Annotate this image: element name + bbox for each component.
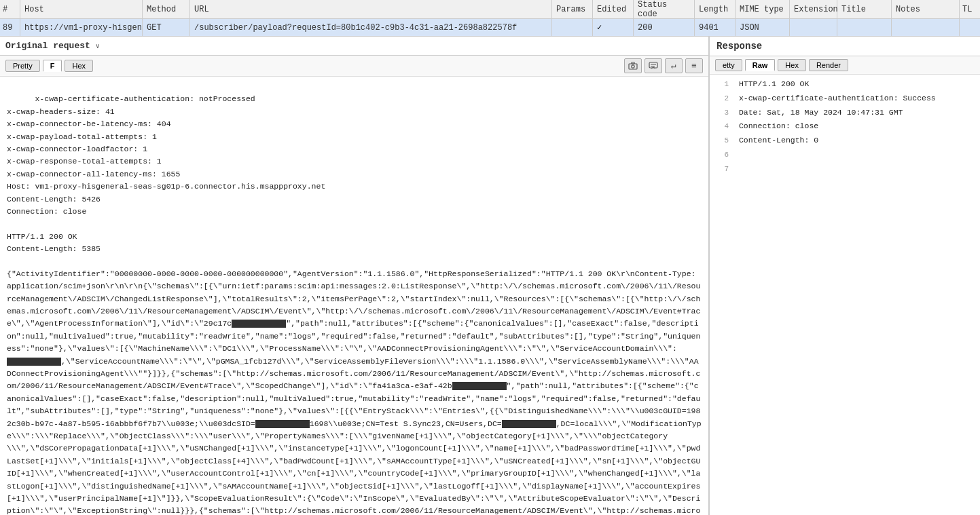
row-url: /subscriber/payload?requestId=80b1c402-c…: [190, 19, 552, 36]
row-host: https://vm1-proxy-hisgeneral-seas...: [20, 19, 143, 36]
tab-hex[interactable]: Hex: [65, 60, 93, 72]
redacted-block-2: [7, 358, 61, 366]
tab-pretty[interactable]: Pretty: [5, 60, 40, 72]
svg-rect-0: [629, 64, 637, 69]
comment-icon[interactable]: [645, 58, 662, 73]
wrap-icon[interactable]: ↵: [665, 58, 683, 73]
response-toolbar: etty Raw Hex Render: [710, 56, 980, 75]
tab-response-hex[interactable]: Hex: [778, 59, 806, 71]
tab-response-raw[interactable]: Raw: [745, 59, 776, 71]
row-notes: [892, 19, 960, 36]
redacted-block-1: [232, 320, 286, 328]
redacted-block-3: [452, 382, 507, 390]
row-status: 200: [634, 19, 695, 36]
response-line-1: 1 HTTP/1.1 200 OK: [715, 77, 975, 92]
camera-icon[interactable]: [624, 58, 642, 73]
col-notes-header: Notes: [892, 0, 960, 18]
response-line-2: 2 x-cwap-certificate-authentication: Suc…: [715, 92, 975, 106]
response-line-5: 5 Content-Length: 0: [715, 134, 975, 148]
response-line-4: 4 Connection: close: [715, 119, 975, 134]
row-title: [837, 19, 892, 36]
request-body[interactable]: x-cwap-certificate-authentication: notPr…: [0, 77, 708, 515]
row-method: GET: [143, 19, 190, 36]
original-request-title: Original request: [5, 41, 90, 51]
request-header: Original request ∨: [0, 37, 708, 56]
table-row[interactable]: 89 https://vm1-proxy-hisgeneral-seas... …: [0, 19, 980, 37]
row-num: 89: [0, 19, 20, 36]
right-panel: Response etty Raw Hex Render 1 HTTP/1.1 …: [710, 37, 980, 515]
request-toolbar: Pretty F Hex ↵: [0, 56, 708, 77]
col-title-header: Title: [837, 0, 892, 18]
col-ext-header: Extension: [790, 0, 837, 18]
response-body[interactable]: 1 HTTP/1.1 200 OK 2 x-cwap-certificate-a…: [710, 75, 980, 515]
col-method-header: Method: [143, 0, 190, 18]
tab-f[interactable]: F: [43, 60, 62, 72]
col-length-header: Length: [695, 0, 736, 18]
row-ext: [790, 19, 837, 36]
col-host-header: Host: [20, 0, 143, 18]
svg-point-1: [632, 65, 634, 68]
col-url-header: URL: [190, 0, 552, 18]
response-line-3: 3 Date: Sat, 18 May 2024 10:47:31 GMT: [715, 106, 975, 120]
table-header: # Host Method URL Params Edited Status c…: [0, 0, 980, 19]
chevron-down-icon[interactable]: ∨: [96, 42, 100, 50]
row-tl: [960, 19, 980, 36]
main-area: Original request ∨ Pretty F Hex: [0, 37, 980, 515]
row-mime: JSON: [736, 19, 790, 36]
redacted-block-4: [255, 420, 310, 428]
svg-rect-2: [632, 62, 635, 64]
response-line-7: 7: [715, 162, 975, 176]
tab-response-pretty[interactable]: etty: [715, 59, 742, 71]
col-edited-header: Edited: [593, 0, 634, 18]
response-line-6: 6: [715, 148, 975, 162]
redacted-block-5: [502, 420, 556, 428]
row-params: [552, 19, 593, 36]
menu-icon[interactable]: ≡: [685, 58, 703, 73]
checkmark-icon: ✓: [597, 22, 602, 33]
request-text-content: x-cwap-certificate-authentication: notPr…: [7, 94, 702, 515]
col-tl-header: TL: [960, 0, 980, 18]
col-mime-header: MIME type: [736, 0, 790, 18]
response-title: Response: [710, 37, 980, 56]
col-status-header: Status code: [634, 0, 695, 18]
row-length: 9401: [695, 19, 736, 36]
tab-response-render[interactable]: Render: [809, 59, 848, 71]
col-params-header: Params: [552, 0, 593, 18]
col-hash-header: #: [0, 0, 20, 18]
left-panel: Original request ∨ Pretty F Hex: [0, 37, 710, 515]
row-edited: ✓: [593, 19, 634, 36]
